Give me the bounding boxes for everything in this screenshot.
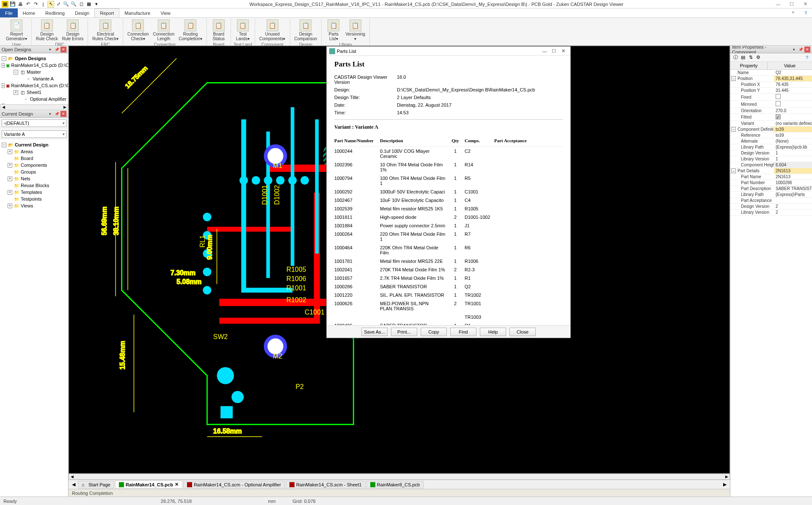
panel-close[interactable]: ✕ bbox=[61, 47, 66, 52]
expand-icon[interactable]: + bbox=[8, 177, 12, 181]
tabs-nav-right[interactable]: ▶ bbox=[721, 482, 728, 487]
expand-icon[interactable]: − bbox=[731, 127, 736, 132]
doctab-3[interactable]: RainMaker14_CS.scm - Sheet1 bbox=[286, 481, 366, 488]
variant-combo[interactable]: Variante A bbox=[2, 130, 66, 138]
tree-item[interactable]: Areas bbox=[21, 149, 33, 154]
panel-close[interactable]: ✕ bbox=[804, 47, 810, 52]
redo-icon[interactable]: ↷ bbox=[32, 1, 39, 8]
close-button[interactable]: Close bbox=[509, 328, 536, 336]
tree-hscroll[interactable]: ◀▶ bbox=[0, 104, 68, 110]
sort-icon[interactable]: ⇅ bbox=[747, 54, 754, 61]
help-button[interactable]: Help bbox=[480, 328, 506, 336]
expand-icon[interactable]: − bbox=[731, 76, 736, 81]
expand-icon[interactable]: − bbox=[2, 83, 5, 88]
tree-item[interactable]: Templates bbox=[21, 190, 42, 195]
electrical-rules-check-button[interactable]: 📋Electrical Rules Check▾ bbox=[91, 19, 120, 42]
tab-close-icon[interactable]: ✕ bbox=[175, 482, 179, 487]
connection-length-button[interactable]: 📋Connection Length bbox=[151, 19, 176, 42]
info-icon[interactable]: ⓘ bbox=[732, 54, 739, 61]
maximize-button[interactable]: ☐ bbox=[787, 1, 797, 8]
doctab-start[interactable]: ⌂Start Page bbox=[78, 481, 114, 488]
print-icon[interactable]: 🖶 bbox=[17, 1, 24, 8]
routing-completion-button[interactable]: 📋Routing Completion▾ bbox=[177, 19, 204, 42]
expand-icon[interactable]: − bbox=[2, 143, 6, 147]
tab-view[interactable]: View bbox=[155, 8, 176, 17]
checkbox[interactable] bbox=[776, 94, 781, 99]
test-lands-button[interactable]: 📋Test Lands▾ bbox=[234, 19, 252, 42]
tree-root[interactable]: Current Design bbox=[15, 142, 48, 147]
tree-item[interactable]: Board bbox=[21, 156, 33, 161]
tree-item[interactable]: Master bbox=[27, 69, 41, 75]
frame-icon[interactable]: ◻ bbox=[78, 1, 85, 8]
unused-components-button[interactable]: 📋Unused Components▾ bbox=[258, 19, 287, 42]
ribbon-help[interactable]: ? bbox=[799, 8, 812, 17]
zoom-out-icon[interactable]: 🔍 bbox=[70, 1, 77, 8]
tree-item[interactable]: Testpoints bbox=[21, 196, 42, 201]
expand-icon[interactable]: − bbox=[2, 56, 6, 61]
checkbox[interactable]: ✓ bbox=[776, 114, 781, 119]
tree-item[interactable]: Optional Amplifier bbox=[30, 97, 66, 102]
tab-home[interactable]: Home bbox=[18, 8, 40, 17]
design-rule-errors-button[interactable]: 📋Design Rule Errors bbox=[61, 19, 85, 42]
board-status-button[interactable]: 📋Board Status bbox=[209, 19, 228, 42]
checkbox[interactable] bbox=[776, 101, 781, 106]
expand-icon[interactable]: + bbox=[14, 90, 18, 95]
zoom-in-icon[interactable]: 🔍 bbox=[63, 1, 69, 8]
filter-icon[interactable]: ⚙ bbox=[755, 54, 762, 61]
design-rule-check-button[interactable]: 📋Design Rule Check bbox=[34, 19, 60, 42]
select-all-icon[interactable]: ▦ bbox=[85, 1, 92, 8]
expand-icon[interactable]: + bbox=[8, 204, 12, 208]
panel-pin[interactable]: 📌 bbox=[54, 47, 60, 52]
copy-button[interactable]: Copy bbox=[421, 328, 447, 336]
panel-pin[interactable]: 📌 bbox=[798, 47, 804, 52]
dialog-titlebar[interactable]: Parts List — ☐ ✕ bbox=[327, 47, 570, 56]
undo-icon[interactable]: ↶ bbox=[25, 1, 31, 8]
design-comparison-button[interactable]: 📋Design Comparison bbox=[293, 19, 319, 42]
tab-manufacture[interactable]: Manufacture bbox=[119, 8, 155, 17]
print-button[interactable]: Print... bbox=[391, 328, 417, 336]
tree-item[interactable]: RainMaker14_CS.pcb (D:\CSK bbox=[11, 63, 68, 68]
doctab-1[interactable]: RainMaker14_CS.pcb✕ bbox=[115, 480, 182, 488]
expand-icon[interactable]: − bbox=[14, 70, 18, 75]
tab-report[interactable]: Report bbox=[94, 8, 119, 17]
pointer-icon[interactable]: ↖ bbox=[47, 1, 54, 8]
pcb-canvas[interactable]: M1 M2 SW2 P2 C1001 RL1 D1001 D1002 R1005… bbox=[69, 46, 730, 474]
tree-item[interactable]: Nets bbox=[21, 176, 30, 181]
tabs-nav-left[interactable]: ◀ bbox=[70, 482, 77, 487]
save-as-button[interactable]: Save As... bbox=[361, 328, 388, 336]
expand-icon[interactable]: + bbox=[8, 190, 12, 195]
tree-item[interactable]: Views bbox=[21, 203, 33, 208]
save-icon[interactable]: 💾 bbox=[9, 1, 16, 8]
expand-icon[interactable]: + bbox=[8, 163, 12, 168]
find-button[interactable]: Find bbox=[450, 328, 476, 336]
tree-icon[interactable]: ▤ bbox=[740, 54, 746, 61]
dialog-minimize[interactable]: — bbox=[540, 47, 549, 55]
ribbon-collapse[interactable]: ^ bbox=[787, 8, 799, 17]
help-icon[interactable]: ? bbox=[804, 54, 810, 61]
connection-check-button[interactable]: 📋Connection Check▾ bbox=[126, 19, 151, 42]
expand-icon[interactable]: + bbox=[8, 149, 12, 154]
panel-dropdown[interactable]: ▾ bbox=[47, 47, 53, 52]
versioning-button[interactable]: 📋Versioning ▾ bbox=[344, 19, 367, 42]
panel-dropdown[interactable]: ▾ bbox=[47, 111, 53, 117]
canvas-hscroll[interactable]: ◀▶ bbox=[69, 474, 730, 480]
tree-item[interactable]: Groups bbox=[21, 169, 36, 174]
report-generator-button[interactable]: 📄Report Generator▾ bbox=[4, 19, 29, 42]
tab-design[interactable]: Design bbox=[70, 8, 94, 17]
panel-dropdown[interactable]: ▾ bbox=[791, 47, 797, 52]
tab-redlining[interactable]: Redlining bbox=[40, 8, 70, 17]
tree-item[interactable]: RainMaker14_CS.scm (D:\CSK bbox=[11, 83, 68, 88]
tree-item[interactable]: Components bbox=[21, 163, 47, 168]
close-button[interactable]: ✕ bbox=[800, 1, 810, 8]
dialog-close[interactable]: ✕ bbox=[559, 47, 568, 55]
expand-icon[interactable]: − bbox=[731, 168, 736, 173]
parts-list-button[interactable]: 📋Parts List▾ bbox=[324, 19, 343, 42]
zoom-all-icon[interactable]: ⤢ bbox=[55, 1, 62, 8]
dialog-maximize[interactable]: ☐ bbox=[549, 47, 559, 55]
tree-item[interactable]: Sheet1 bbox=[27, 90, 41, 95]
expand-icon[interactable]: − bbox=[2, 63, 5, 68]
doctab-2[interactable]: RainMaker14_CS.scm - Optional Amplifier bbox=[183, 481, 285, 488]
panel-pin[interactable]: 📌 bbox=[54, 111, 60, 117]
tree-root[interactable]: Open Designs bbox=[15, 56, 46, 61]
panel-close[interactable]: ✕ bbox=[61, 111, 66, 117]
